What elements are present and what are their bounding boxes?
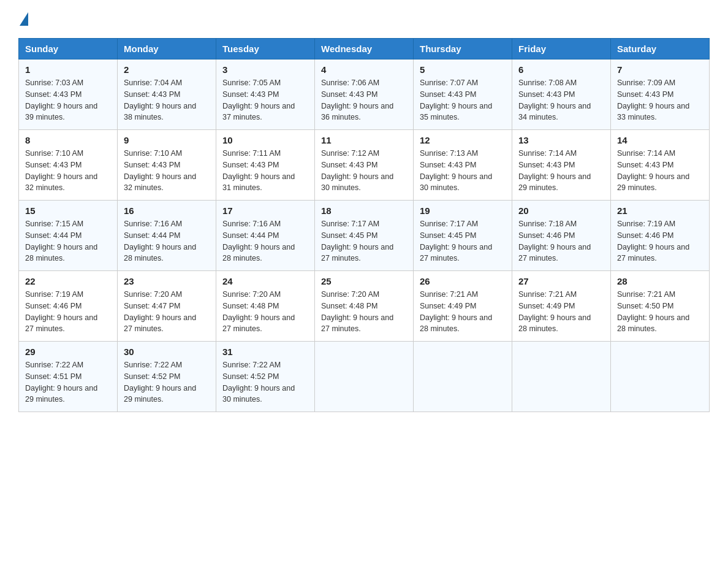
calendar-day-cell: 20Sunrise: 7:18 AMSunset: 4:46 PMDayligh… (512, 201, 611, 271)
day-info: Sunrise: 7:11 AMSunset: 4:43 PMDaylight:… (222, 148, 308, 194)
day-number: 15 (25, 205, 111, 216)
day-info: Sunrise: 7:12 AMSunset: 4:43 PMDaylight:… (321, 148, 407, 194)
day-number: 19 (420, 205, 506, 216)
day-of-week-header: Thursday (414, 39, 512, 59)
calendar-day-cell: 11Sunrise: 7:12 AMSunset: 4:43 PMDayligh… (315, 130, 414, 201)
day-info: Sunrise: 7:14 AMSunset: 4:43 PMDaylight:… (617, 148, 703, 194)
calendar-day-cell (414, 342, 512, 412)
day-number: 16 (124, 205, 210, 216)
day-info: Sunrise: 7:10 AMSunset: 4:43 PMDaylight:… (124, 148, 210, 194)
calendar-week-row: 15Sunrise: 7:15 AMSunset: 4:44 PMDayligh… (19, 201, 710, 271)
day-info: Sunrise: 7:19 AMSunset: 4:46 PMDaylight:… (25, 289, 111, 335)
calendar-day-cell: 19Sunrise: 7:17 AMSunset: 4:45 PMDayligh… (414, 201, 512, 271)
day-number: 4 (321, 64, 407, 75)
calendar-day-cell: 18Sunrise: 7:17 AMSunset: 4:45 PMDayligh… (315, 201, 414, 271)
calendar-day-cell: 12Sunrise: 7:13 AMSunset: 4:43 PMDayligh… (414, 130, 512, 201)
day-info: Sunrise: 7:13 AMSunset: 4:43 PMDaylight:… (420, 148, 506, 194)
logo (18, 12, 29, 27)
day-number: 31 (222, 347, 308, 357)
day-number: 18 (321, 205, 407, 216)
logo-triangle-icon (20, 12, 28, 26)
calendar-week-row: 1Sunrise: 7:03 AMSunset: 4:43 PMDaylight… (19, 59, 710, 130)
day-number: 11 (321, 135, 407, 145)
day-info: Sunrise: 7:06 AMSunset: 4:43 PMDaylight:… (321, 77, 407, 123)
day-number: 22 (25, 276, 111, 286)
calendar-week-row: 8Sunrise: 7:10 AMSunset: 4:43 PMDaylight… (19, 130, 710, 201)
day-info: Sunrise: 7:03 AMSunset: 4:43 PMDaylight:… (25, 77, 111, 123)
calendar-day-cell: 23Sunrise: 7:20 AMSunset: 4:47 PMDayligh… (118, 271, 216, 342)
calendar-day-cell: 9Sunrise: 7:10 AMSunset: 4:43 PMDaylight… (118, 130, 216, 201)
calendar-day-cell: 21Sunrise: 7:19 AMSunset: 4:46 PMDayligh… (611, 201, 710, 271)
day-info: Sunrise: 7:19 AMSunset: 4:46 PMDaylight:… (617, 218, 703, 264)
day-of-week-header: Tuesday (216, 39, 315, 59)
calendar-day-cell: 24Sunrise: 7:20 AMSunset: 4:48 PMDayligh… (216, 271, 315, 342)
day-info: Sunrise: 7:17 AMSunset: 4:45 PMDaylight:… (321, 218, 407, 264)
day-info: Sunrise: 7:20 AMSunset: 4:48 PMDaylight:… (222, 289, 308, 335)
day-info: Sunrise: 7:17 AMSunset: 4:45 PMDaylight:… (420, 218, 506, 264)
calendar-day-cell: 17Sunrise: 7:16 AMSunset: 4:44 PMDayligh… (216, 201, 315, 271)
day-number: 17 (222, 205, 308, 216)
day-number: 30 (124, 347, 210, 357)
calendar-week-row: 22Sunrise: 7:19 AMSunset: 4:46 PMDayligh… (19, 271, 710, 342)
calendar-day-cell: 3Sunrise: 7:05 AMSunset: 4:43 PMDaylight… (216, 59, 315, 130)
day-number: 1 (25, 64, 111, 75)
day-of-week-header: Sunday (19, 39, 118, 59)
day-info: Sunrise: 7:10 AMSunset: 4:43 PMDaylight:… (25, 148, 111, 194)
day-number: 27 (518, 276, 604, 286)
day-info: Sunrise: 7:18 AMSunset: 4:46 PMDaylight:… (518, 218, 604, 264)
day-number: 14 (617, 135, 703, 145)
calendar-day-cell: 5Sunrise: 7:07 AMSunset: 4:43 PMDaylight… (414, 59, 512, 130)
day-info: Sunrise: 7:21 AMSunset: 4:49 PMDaylight:… (518, 289, 604, 335)
day-number: 26 (420, 276, 506, 286)
day-info: Sunrise: 7:15 AMSunset: 4:44 PMDaylight:… (25, 218, 111, 264)
calendar-day-cell: 26Sunrise: 7:21 AMSunset: 4:49 PMDayligh… (414, 271, 512, 342)
calendar-day-cell: 7Sunrise: 7:09 AMSunset: 4:43 PMDaylight… (611, 59, 710, 130)
day-info: Sunrise: 7:14 AMSunset: 4:43 PMDaylight:… (518, 148, 604, 194)
day-of-week-header: Friday (512, 39, 611, 59)
calendar-day-cell: 25Sunrise: 7:20 AMSunset: 4:48 PMDayligh… (315, 271, 414, 342)
day-number: 8 (25, 135, 111, 145)
calendar-day-cell: 14Sunrise: 7:14 AMSunset: 4:43 PMDayligh… (611, 130, 710, 201)
day-number: 24 (222, 276, 308, 286)
calendar-day-cell: 22Sunrise: 7:19 AMSunset: 4:46 PMDayligh… (19, 271, 118, 342)
day-number: 6 (518, 64, 604, 75)
day-number: 5 (420, 64, 506, 75)
day-number: 10 (222, 135, 308, 145)
calendar-day-cell: 2Sunrise: 7:04 AMSunset: 4:43 PMDaylight… (118, 59, 216, 130)
calendar-day-cell: 1Sunrise: 7:03 AMSunset: 4:43 PMDaylight… (19, 59, 118, 130)
day-number: 7 (617, 64, 703, 75)
calendar-week-row: 29Sunrise: 7:22 AMSunset: 4:51 PMDayligh… (19, 342, 710, 412)
day-info: Sunrise: 7:20 AMSunset: 4:48 PMDaylight:… (321, 289, 407, 335)
day-number: 25 (321, 276, 407, 286)
day-number: 2 (124, 64, 210, 75)
calendar-header-row: SundayMondayTuesdayWednesdayThursdayFrid… (19, 39, 710, 59)
calendar-day-cell: 6Sunrise: 7:08 AMSunset: 4:43 PMDaylight… (512, 59, 611, 130)
calendar-day-cell: 31Sunrise: 7:22 AMSunset: 4:52 PMDayligh… (216, 342, 315, 412)
calendar-day-cell: 15Sunrise: 7:15 AMSunset: 4:44 PMDayligh… (19, 201, 118, 271)
calendar-day-cell: 8Sunrise: 7:10 AMSunset: 4:43 PMDaylight… (19, 130, 118, 201)
calendar-day-cell: 27Sunrise: 7:21 AMSunset: 4:49 PMDayligh… (512, 271, 611, 342)
calendar-day-cell: 10Sunrise: 7:11 AMSunset: 4:43 PMDayligh… (216, 130, 315, 201)
calendar-day-cell: 16Sunrise: 7:16 AMSunset: 4:44 PMDayligh… (118, 201, 216, 271)
day-of-week-header: Monday (118, 39, 216, 59)
calendar-table: SundayMondayTuesdayWednesdayThursdayFrid… (18, 38, 710, 412)
day-info: Sunrise: 7:16 AMSunset: 4:44 PMDaylight:… (222, 218, 308, 264)
day-info: Sunrise: 7:08 AMSunset: 4:43 PMDaylight:… (518, 77, 604, 123)
day-number: 13 (518, 135, 604, 145)
calendar-day-cell (611, 342, 710, 412)
day-of-week-header: Wednesday (315, 39, 414, 59)
day-info: Sunrise: 7:22 AMSunset: 4:52 PMDaylight:… (222, 359, 308, 405)
day-info: Sunrise: 7:09 AMSunset: 4:43 PMDaylight:… (617, 77, 703, 123)
day-number: 9 (124, 135, 210, 145)
calendar-day-cell: 30Sunrise: 7:22 AMSunset: 4:52 PMDayligh… (118, 342, 216, 412)
day-number: 29 (25, 347, 111, 357)
page-header (18, 12, 710, 27)
day-info: Sunrise: 7:16 AMSunset: 4:44 PMDaylight:… (124, 218, 210, 264)
day-info: Sunrise: 7:22 AMSunset: 4:51 PMDaylight:… (25, 359, 111, 405)
calendar-day-cell (315, 342, 414, 412)
day-info: Sunrise: 7:04 AMSunset: 4:43 PMDaylight:… (124, 77, 210, 123)
day-number: 21 (617, 205, 703, 216)
day-number: 28 (617, 276, 703, 286)
day-info: Sunrise: 7:22 AMSunset: 4:52 PMDaylight:… (124, 359, 210, 405)
calendar-day-cell: 4Sunrise: 7:06 AMSunset: 4:43 PMDaylight… (315, 59, 414, 130)
